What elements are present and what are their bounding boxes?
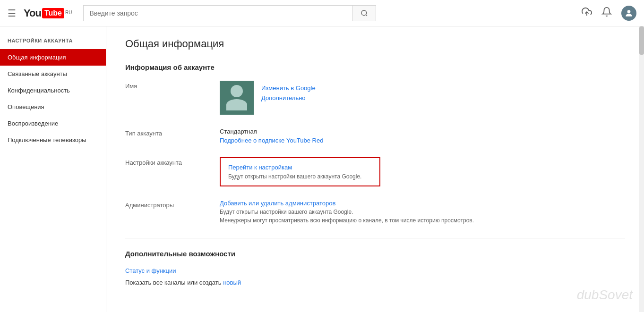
row-name: Имя Изменить в Google Дополнительно xyxy=(125,81,625,115)
row-account-settings: Настройки аккаунта Перейти к настройкам … xyxy=(125,157,625,186)
value-account-settings: Перейти к настройкам Будут открыты настр… xyxy=(220,157,625,186)
search-bar xyxy=(83,5,376,21)
header-actions xyxy=(582,6,636,21)
settings-box: Перейти к настройкам Будут открыты настр… xyxy=(220,157,380,186)
label-name: Имя xyxy=(125,81,220,90)
additional-section: Дополнительные возможности Статус и функ… xyxy=(125,250,625,286)
svg-point-3 xyxy=(627,10,631,13)
upload-icon[interactable] xyxy=(582,7,592,19)
settings-box-desc: Будут открыты настройки вашего аккаунта … xyxy=(228,173,361,180)
sidebar-item-privacy[interactable]: Конфиденциальность xyxy=(0,82,106,99)
logo-ru: RU xyxy=(65,10,72,15)
go-to-settings-link[interactable]: Перейти к настройкам xyxy=(228,164,372,171)
page-title: Общая информация xyxy=(125,38,625,50)
section-divider xyxy=(125,238,625,238)
avatar[interactable] xyxy=(621,6,636,21)
section-account-info: Информация об аккаунте xyxy=(125,63,625,71)
sidebar-section-title: НАСТРОЙКИ АККАУНТА xyxy=(0,34,106,49)
value-name: Изменить в Google Дополнительно xyxy=(220,81,625,115)
sidebar-item-playback[interactable]: Воспроизведение xyxy=(0,115,106,132)
sidebar-item-linked[interactable]: Связанные аккаунты xyxy=(0,66,106,82)
logo-you: You xyxy=(24,7,41,19)
menu-icon[interactable]: ☰ xyxy=(8,8,16,19)
value-account-type: Стандартная Подробнее о подписке YouTube… xyxy=(220,128,625,144)
account-type-value: Стандартная xyxy=(220,128,625,135)
search-input[interactable] xyxy=(83,5,352,21)
sidebar: НАСТРОЙКИ АККАУНТА Общая информация Связ… xyxy=(0,26,106,312)
scrollbar-thumb[interactable] xyxy=(639,26,644,55)
sidebar-item-general[interactable]: Общая информация xyxy=(0,49,106,66)
svg-point-0 xyxy=(361,10,367,16)
row-administrators: Администраторы Добавить или удалить адми… xyxy=(125,200,625,225)
search-button[interactable] xyxy=(352,5,376,21)
add-remove-admins-link[interactable]: Добавить или удалить администраторов xyxy=(220,200,335,207)
sidebar-item-notifications[interactable]: Оповещения xyxy=(0,99,106,115)
additional-link[interactable]: Дополнительно xyxy=(261,94,316,101)
youtube-red-link[interactable]: Подробнее о подписке YouTube Red xyxy=(220,137,323,144)
header: ☰ You Tube RU xyxy=(0,0,644,26)
show-channels-text: Показать все каналы или создать xyxy=(125,279,222,286)
create-new-channel-link[interactable]: новый xyxy=(223,279,241,286)
logo[interactable]: You Tube RU xyxy=(24,7,72,19)
page-wrapper: НАСТРОЙКИ АККАУНТА Общая информация Связ… xyxy=(0,26,644,312)
main-content: Общая информация Информация об аккаунте … xyxy=(106,26,644,312)
label-administrators: Администраторы xyxy=(125,200,220,209)
value-administrators: Добавить или удалить администраторов Буд… xyxy=(220,200,625,225)
user-avatar xyxy=(220,81,254,115)
admin-desc-2: Менеджеры могут просматривать всю информ… xyxy=(220,217,625,224)
label-account-type: Тип аккаунта xyxy=(125,128,220,137)
row-account-type: Тип аккаунта Стандартная Подробнее о под… xyxy=(125,128,625,144)
scrollbar-track[interactable] xyxy=(639,26,644,312)
section-additional-title: Дополнительные возможности xyxy=(125,250,625,258)
admin-desc-1: Будут открыты настройки вашего аккаунта … xyxy=(220,209,625,215)
change-in-google-link[interactable]: Изменить в Google xyxy=(261,84,316,92)
status-functions-link[interactable]: Статус и функции xyxy=(125,267,176,274)
logo-tube: Tube xyxy=(42,8,64,18)
label-account-settings: Настройки аккаунта xyxy=(125,157,220,166)
svg-line-1 xyxy=(366,15,368,16)
sidebar-item-tv[interactable]: Подключенные телевизоры xyxy=(0,132,106,148)
bell-icon[interactable] xyxy=(601,7,612,19)
